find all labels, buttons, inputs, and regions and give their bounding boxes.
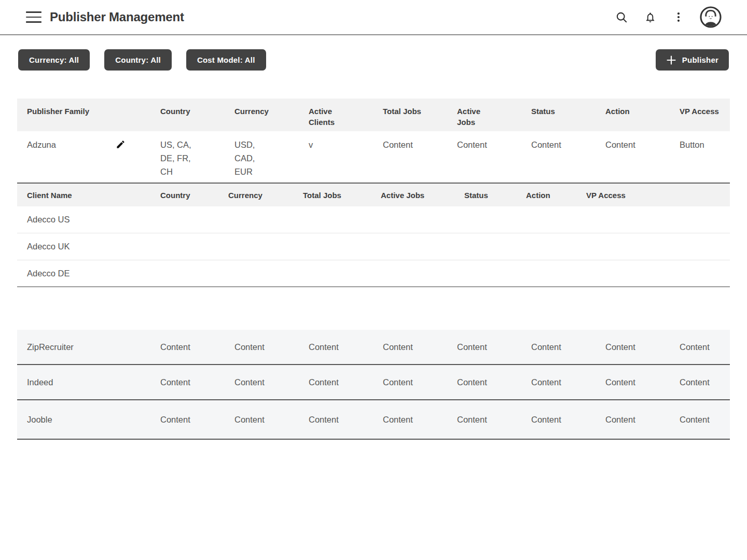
filter-bar: Currency: All Country: All Cost Model: A… xyxy=(0,35,747,71)
bell-icon[interactable] xyxy=(643,10,657,24)
cell-total-jobs: Content xyxy=(373,342,447,352)
subheader-action: Action xyxy=(516,191,576,200)
cell-currency: USD, CAD, EUR xyxy=(225,131,299,183)
pencil-icon[interactable] xyxy=(116,139,126,150)
cell-action: Content xyxy=(596,342,670,352)
subheader-status: Status xyxy=(454,191,516,200)
search-icon[interactable] xyxy=(614,10,629,24)
cell-active-jobs: Content xyxy=(447,342,521,352)
publisher-table: Publisher Family Country Currency Active… xyxy=(17,99,730,440)
filter-currency[interactable]: Currency: All xyxy=(18,49,90,71)
cell-total-jobs: Content xyxy=(373,415,447,425)
subheader-total-jobs: Total Jobs xyxy=(293,191,371,200)
cell-active-jobs: Content xyxy=(447,415,521,425)
header-country: Country xyxy=(150,99,225,131)
publisher-management-page: Publisher Management xyxy=(0,0,747,560)
publisher-name: Adzuna xyxy=(27,138,56,151)
cell-active-clients: Content xyxy=(299,415,373,425)
client-name: Adecco DE xyxy=(17,269,150,278)
client-row-adecco-uk[interactable]: Adecco UK xyxy=(17,233,730,260)
publisher-name: Jooble xyxy=(17,415,150,425)
cell-active-clients: Content xyxy=(299,377,373,387)
header-status: Status xyxy=(521,99,596,131)
cell-currency: Content xyxy=(225,342,299,352)
cell-action: Content xyxy=(596,131,670,183)
filter-cost-model[interactable]: Cost Model: All xyxy=(186,49,266,71)
header-active-jobs: Active Jobs xyxy=(447,99,521,131)
cell-country: US, CA, DE, FR, CH xyxy=(150,131,225,183)
hamburger-menu-icon[interactable] xyxy=(26,11,42,23)
header-publisher-family: Publisher Family xyxy=(17,99,150,131)
subheader-country: Country xyxy=(150,191,218,200)
cell-country: Content xyxy=(150,415,225,425)
client-row-adecco-de[interactable]: Adecco DE xyxy=(17,260,730,287)
publisher-name-cell: Adzuna xyxy=(17,131,150,183)
header-total-jobs: Total Jobs xyxy=(373,99,447,131)
cell-total-jobs: Content xyxy=(373,131,447,183)
add-publisher-label: Publisher xyxy=(682,55,718,64)
subheader-currency: Currency xyxy=(218,191,293,200)
publisher-row-adzuna[interactable]: Adzuna US, CA, DE, FR, CH USD, CAD, EUR … xyxy=(17,131,730,183)
plus-icon xyxy=(666,55,676,65)
kebab-menu-icon[interactable] xyxy=(671,10,686,24)
app-bar: Publisher Management xyxy=(0,0,747,35)
client-row-adecco-us[interactable]: Adecco US xyxy=(17,206,730,233)
client-name: Adecco US xyxy=(17,215,150,225)
cell-currency: Content xyxy=(225,377,299,387)
cell-total-jobs: Content xyxy=(373,377,447,387)
cell-country: Content xyxy=(150,342,225,352)
vp-access-button[interactable]: Button xyxy=(670,131,730,183)
subheader-active-jobs: Active Jobs xyxy=(371,191,454,200)
cell-action: Content xyxy=(596,415,670,425)
publisher-row-ziprecruiter[interactable]: ZipRecruiter Content Content Content Con… xyxy=(17,330,730,365)
cell-active-jobs: Content xyxy=(447,131,521,183)
cell-action: Content xyxy=(596,377,670,387)
header-action: Action xyxy=(596,99,670,131)
page-title: Publisher Management xyxy=(50,10,184,24)
cell-status: Content xyxy=(521,415,596,425)
subheader-client-name: Client Name xyxy=(17,191,150,200)
cell-vp-access: Content xyxy=(670,415,730,425)
cell-active-clients: v xyxy=(299,131,373,183)
filter-country[interactable]: Country: All xyxy=(104,49,172,71)
header-currency: Currency xyxy=(225,99,299,131)
cell-status: Content xyxy=(521,342,596,352)
cell-country: Content xyxy=(150,377,225,387)
header-vp-access: VP Access xyxy=(670,99,730,131)
header-active-clients: Active Clients xyxy=(299,99,373,131)
publisher-row-jooble[interactable]: Jooble Content Content Content Content C… xyxy=(17,400,730,440)
publisher-name: Indeed xyxy=(17,377,150,387)
section-spacer xyxy=(17,287,730,330)
publisher-row-indeed[interactable]: Indeed Content Content Content Content C… xyxy=(17,365,730,400)
table-header-row: Publisher Family Country Currency Active… xyxy=(17,99,730,131)
cell-status: Content xyxy=(521,377,596,387)
cell-vp-access: Content xyxy=(670,342,730,352)
subheader-vp-access: VP Access xyxy=(576,191,730,200)
cell-vp-access: Content xyxy=(670,377,730,387)
user-avatar[interactable] xyxy=(700,6,722,28)
app-bar-actions xyxy=(614,6,722,28)
cell-status: Content xyxy=(521,131,596,183)
cell-active-clients: Content xyxy=(299,342,373,352)
cell-currency: Content xyxy=(225,415,299,425)
add-publisher-button[interactable]: Publisher xyxy=(656,49,729,71)
client-table-header-row: Client Name Country Currency Total Jobs … xyxy=(17,183,730,206)
collapse-indicator[interactable]: v xyxy=(309,140,313,149)
cell-active-jobs: Content xyxy=(447,377,521,387)
client-name: Adecco UK xyxy=(17,242,150,251)
publisher-name: ZipRecruiter xyxy=(17,342,150,352)
